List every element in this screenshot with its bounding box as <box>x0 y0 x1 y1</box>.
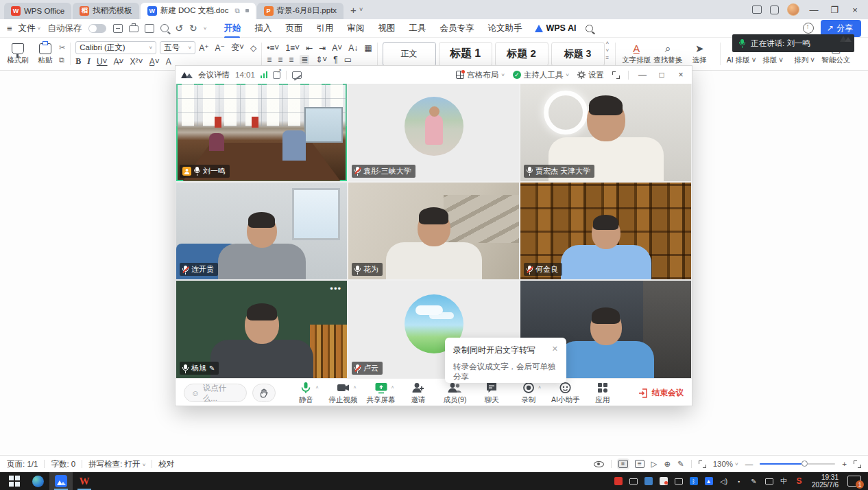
meeting-app-icon[interactable] <box>49 472 73 490</box>
minimize-button[interactable]: — <box>808 5 820 15</box>
shrink-font-icon[interactable]: A⁻ <box>215 43 225 53</box>
document-tab-1[interactable]: 稻找稻壳模板 <box>73 3 139 19</box>
clear-format-icon[interactable]: ◇ <box>250 43 256 53</box>
style-1[interactable]: 标题 1 <box>439 42 492 67</box>
italic-button[interactable]: I <box>87 56 91 67</box>
participant-tile-2[interactable]: 袁彤-三峡大学 <box>348 84 519 181</box>
outline-view-icon[interactable]: ☰ <box>635 460 644 468</box>
tool-查找替换[interactable]: ⌕查找替换 <box>652 40 684 68</box>
print-icon[interactable] <box>129 25 138 32</box>
participant-tile-3[interactable]: 贾宏杰 天津大学 <box>520 84 691 181</box>
menu-论文助手[interactable]: 论文助手 <box>481 21 528 36</box>
menu-视图[interactable]: 视图 <box>372 21 401 36</box>
tool-选择[interactable]: ➤选择 <box>684 40 715 68</box>
document-tab-0[interactable]: WWPS Office <box>4 3 71 19</box>
zoom-out-button[interactable]: — <box>745 460 754 468</box>
grid-layout-button[interactable]: 宫格布局˅ <box>456 70 505 80</box>
display-icon[interactable] <box>673 476 684 487</box>
search-icon[interactable] <box>586 25 593 32</box>
toolbar-AI小助手[interactable]: AI小助手 <box>551 381 579 405</box>
stack-icon[interactable] <box>770 5 779 14</box>
file-menu[interactable]: 文件 ˅ <box>19 23 41 34</box>
superscript-icon[interactable]: X²˅ <box>130 57 143 67</box>
format-painter-button[interactable]: 格式刷 <box>4 40 32 68</box>
meeting-maximize-button[interactable]: □ <box>656 70 667 80</box>
indent-icon[interactable]: ⇥ <box>319 43 326 53</box>
chevron-down-icon[interactable]: ˅ <box>204 25 207 32</box>
security-icon[interactable] <box>658 476 668 487</box>
fullscreen-toggle-icon[interactable] <box>854 460 861 468</box>
toolbar-静音[interactable]: 静音˄ <box>292 381 320 405</box>
volume-icon[interactable]: ◁) <box>719 476 729 487</box>
outdent-icon[interactable]: ⇤ <box>306 43 313 53</box>
monitor-icon[interactable]: ⧉ <box>234 7 239 15</box>
notification-icon[interactable]: 1 <box>847 476 861 487</box>
sogou-icon[interactable]: S <box>794 476 804 487</box>
style-0[interactable]: 正文 <box>383 42 436 67</box>
mic-tray-icon[interactable]: 🞄 <box>734 476 744 487</box>
menu-插入[interactable]: 插入 <box>248 21 278 36</box>
web-view-icon[interactable]: ⊕ <box>664 459 671 469</box>
style-3[interactable]: 标题 3 <box>551 42 605 67</box>
bullet-list-icon[interactable]: •≡˅ <box>267 43 279 53</box>
bold-button[interactable]: B <box>75 56 81 67</box>
ime-indicator[interactable]: 中 <box>779 476 789 487</box>
menu-页面[interactable]: 页面 <box>279 21 309 36</box>
panel-icon[interactable] <box>752 5 762 14</box>
save-icon[interactable] <box>113 24 123 33</box>
participant-tile-1[interactable]: 刘一鸣 <box>176 84 347 181</box>
pen-icon[interactable]: ✎ <box>749 476 759 487</box>
line-spacing-icon[interactable]: ⇕˅ <box>315 55 327 65</box>
zoom-level[interactable]: 130%˅ <box>713 460 738 468</box>
spellcheck-status[interactable]: 拼写检查: 打开 ˅ <box>88 459 145 469</box>
align-left-icon[interactable]: ≡ <box>267 55 272 65</box>
upload-icon[interactable] <box>803 23 814 34</box>
quick-chat-input[interactable]: ☺ 说点什么... <box>184 384 247 402</box>
participant-tile-6[interactable]: 何金良 <box>520 183 691 280</box>
justify-icon[interactable]: ≣ <box>300 55 309 65</box>
preview-icon[interactable] <box>160 24 169 32</box>
tile-more-button[interactable]: ••• <box>330 283 341 294</box>
document-tab-3[interactable]: P背景-6月8日.pptx <box>257 3 344 19</box>
cut-icon[interactable]: ✂ <box>59 43 65 52</box>
popup-close-icon[interactable]: ✕ <box>552 345 558 356</box>
zoom-slider[interactable] <box>760 463 835 465</box>
menu-工具[interactable]: 工具 <box>402 21 432 36</box>
toolbar-邀请[interactable]: 邀请 <box>405 381 433 405</box>
number-list-icon[interactable]: 1≡˅ <box>285 43 300 53</box>
menu-会员专享[interactable]: 会员专享 <box>433 21 480 36</box>
raise-hand-button[interactable] <box>252 384 276 402</box>
menu-开始[interactable]: 开始 <box>217 21 247 36</box>
play-view-icon[interactable]: ▷ <box>651 459 658 469</box>
keyboard-icon[interactable] <box>764 476 774 487</box>
wps-app-icon[interactable]: W <box>73 472 96 490</box>
user-avatar[interactable] <box>787 3 799 16</box>
participant-tile-4[interactable]: 连开贵 <box>176 183 347 280</box>
hamburger-icon[interactable]: ≡ <box>7 23 12 34</box>
autosave-toggle[interactable] <box>88 24 106 33</box>
edge-icon[interactable] <box>26 472 49 490</box>
toolbar-应用[interactable]: 应用 <box>588 381 616 405</box>
style-2[interactable]: 标题 2 <box>495 42 548 67</box>
fit-page-icon[interactable] <box>699 460 706 468</box>
shading-icon[interactable]: ¶ <box>333 55 337 65</box>
align-right-icon[interactable]: ≡ <box>289 55 293 65</box>
font-size-select[interactable]: 五号˅ <box>160 41 195 54</box>
photos-icon[interactable] <box>643 476 653 487</box>
participant-tile-5[interactable]: 花为 <box>348 183 519 280</box>
settings-button[interactable]: 设置 <box>577 70 604 80</box>
toolbar-录制[interactable]: 录制˄ <box>514 381 542 405</box>
proofread-button[interactable]: 校对 <box>158 459 174 469</box>
vpn-icon[interactable] <box>613 476 623 487</box>
underline-button[interactable]: U˅ <box>97 57 108 67</box>
toolbar-停止视频[interactable]: 停止视频˄ <box>329 381 358 405</box>
styles-scroll[interactable]: ˄˅≡ <box>605 40 611 68</box>
end-meeting-button[interactable]: 结束会议 <box>638 388 684 398</box>
align-center-icon[interactable]: ≡ <box>278 55 282 65</box>
menu-引用[interactable]: 引用 <box>310 21 339 36</box>
close-button[interactable]: × <box>849 5 861 15</box>
wps-ai-button[interactable]: WPS AI <box>535 23 576 33</box>
toolbar-共享屏幕[interactable]: 共享屏幕˄ <box>367 381 396 405</box>
meeting-minimize-button[interactable]: — <box>637 70 648 80</box>
sort-icon[interactable]: A↓ <box>348 43 358 53</box>
